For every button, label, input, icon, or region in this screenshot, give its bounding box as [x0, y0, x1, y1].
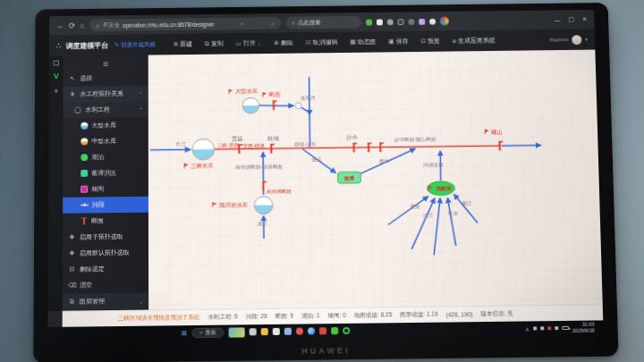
- security-warning-icon: ⚠: [95, 22, 99, 29]
- rail-v-badge[interactable]: V: [54, 72, 59, 80]
- windows-start-icon[interactable]: ⊞: [181, 329, 187, 337]
- extension-icon[interactable]: [419, 18, 425, 24]
- quick-search-box[interactable]: ⌕ 点此搜索: [285, 16, 361, 29]
- screen: ← ⟳ ⌂ ⚠ 不安全 operation.hhu.edu.cn:8678/de…: [47, 10, 603, 341]
- tray-icon[interactable]: [540, 326, 544, 330]
- search-app-icon[interactable]: [296, 328, 303, 335]
- battery-icon[interactable]: [562, 326, 569, 330]
- badge-icon: ❖: [68, 249, 76, 257]
- sidebar-item-clear[interactable]: ⌫清空: [63, 276, 148, 293]
- photo-stage: ← ⟳ ⌂ ⚠ 不安全 operation.hhu.edu.cn:8678/de…: [0, 0, 644, 362]
- sidebar-item-select[interactable]: ↖选择: [64, 70, 148, 87]
- rail-app-icon[interactable]: ▢: [53, 59, 60, 67]
- app-icon[interactable]: [273, 328, 280, 335]
- chevron-down-icon: ⌄: [258, 40, 262, 46]
- save-button[interactable]: ▣保存: [383, 35, 413, 49]
- reach-top-reservoir[interactable]: [259, 105, 294, 105]
- sidebar-item-enable-sub-topology[interactable]: ❖启用子拓扑选取: [63, 228, 148, 245]
- node-dongting-lake[interactable]: 洞庭湖: [427, 181, 454, 196]
- sidebar-item-flood-area[interactable]: 蓄滞洪区: [63, 164, 148, 181]
- open-button[interactable]: ▭打开⌄: [230, 37, 267, 51]
- reach-changjiang-inflow[interactable]: [150, 149, 191, 150]
- maximize-button[interactable]: ▢: [568, 16, 574, 23]
- label-zhicheng[interactable]: 枝城: [267, 135, 280, 141]
- preview-icon: ⊡: [420, 38, 426, 45]
- sidebar-section-topology[interactable]: ⋔水工程拓扑关系⌃: [64, 86, 148, 103]
- sidebar-item-gate[interactable]: 堰闸: [63, 181, 148, 198]
- task-view-icon[interactable]: [250, 328, 257, 335]
- app-icon[interactable]: [343, 327, 350, 334]
- label-duanmian[interactable]: 断面: [269, 91, 281, 98]
- label-large-reservoir[interactable]: 大型水库: [235, 88, 258, 95]
- cancel-edit-button[interactable]: ☑取消编辑: [301, 36, 343, 50]
- large-reservoir-icon: [80, 122, 88, 130]
- extension-icon[interactable]: [387, 19, 394, 25]
- node-mantan-floodplain[interactable]: 漫滩: [338, 172, 361, 183]
- copy-button[interactable]: ⧉复制: [199, 37, 229, 51]
- label-shashi[interactable]: 沙市: [346, 133, 358, 140]
- close-button[interactable]: ✕: [582, 16, 588, 23]
- topology-icon: ⋔: [69, 91, 77, 98]
- wifi-icon[interactable]: [555, 326, 558, 330]
- cancel-edit-icon: ☑: [306, 39, 311, 46]
- home-icon[interactable]: ⌂: [80, 21, 84, 29]
- app-icon[interactable]: [284, 328, 292, 335]
- topology-network[interactable]: 漫滩 洞庭湖 长江 三峡水库 三峡-宜昌: [148, 50, 603, 310]
- address-bar[interactable]: ⚠ 不安全 operation.hhu.edu.cn:8678/designer…: [89, 17, 282, 31]
- tray-expand-icon[interactable]: ∧: [525, 325, 530, 332]
- reload-icon[interactable]: ⟳: [69, 21, 75, 29]
- reach-below-luoshan[interactable]: [502, 146, 541, 147]
- label-zishui[interactable]: 资水: [448, 211, 459, 216]
- extension-icon[interactable]: [377, 19, 383, 25]
- style-switch-link[interactable]: ✎切换常规风格: [114, 40, 156, 48]
- wechat-icon[interactable]: [331, 327, 338, 334]
- delete-button[interactable]: ⊗删除: [268, 36, 299, 50]
- taskbar-clock[interactable]: 11:03 2025/9/28: [572, 322, 595, 334]
- tray-icon[interactable]: [547, 326, 551, 330]
- search-in-page-icon[interactable]: ⌕: [241, 21, 243, 27]
- medium-reservoir-icon: [80, 138, 88, 145]
- extension-icon[interactable]: [408, 19, 414, 25]
- label-sanxia[interactable]: 三峡水库: [191, 163, 213, 169]
- extension-icon[interactable]: [366, 19, 372, 25]
- node-sanxia-reservoir[interactable]: [192, 139, 215, 160]
- tray-icon[interactable]: [533, 326, 537, 330]
- back-icon[interactable]: ←: [56, 21, 64, 29]
- lake-icon: [80, 154, 88, 161]
- app-logo-icon: ∴: [56, 41, 62, 50]
- sidebar-section-layers[interactable]: ⧉图层管理⌄: [63, 292, 148, 309]
- node-juzhanghe[interactable]: [295, 103, 301, 109]
- sidebar-section-projects[interactable]: ◯水利工程⌃: [64, 101, 148, 118]
- preview-button[interactable]: ⊡预览: [415, 34, 445, 48]
- new-button[interactable]: ⊕新建: [168, 37, 198, 51]
- extension-icon[interactable]: [429, 18, 436, 24]
- dynamic-graph-button[interactable]: ▦动态图: [344, 35, 381, 49]
- user-menu-caret-icon[interactable]: ▾: [585, 37, 588, 42]
- sidebar-item-lake[interactable]: 湖泊: [63, 148, 148, 165]
- user-avatar[interactable]: [572, 35, 581, 45]
- sidebar-item-reach[interactable]: 河段: [63, 197, 148, 214]
- edge-browser-icon[interactable]: [308, 327, 315, 334]
- generate-app-button[interactable]: ⧈生成应用系统: [447, 33, 501, 47]
- label-luoshan[interactable]: 螺山: [491, 129, 503, 135]
- sidebar-item-delete-selected[interactable]: ⊟删除选定: [63, 260, 148, 277]
- node-geheyan-reservoir[interactable]: [254, 197, 273, 215]
- extension-icon[interactable]: [398, 19, 404, 25]
- taskbar-search[interactable]: ⌕ 搜索: [191, 327, 225, 338]
- sidebar-item-section[interactable]: 断面: [63, 213, 148, 230]
- file-explorer-icon[interactable]: [261, 328, 268, 335]
- weather-widget[interactable]: [229, 327, 245, 337]
- sidebar-item-medium-reservoir[interactable]: 中型水库: [63, 133, 148, 150]
- minimize-button[interactable]: —: [554, 17, 560, 23]
- app-icon[interactable]: [319, 327, 326, 334]
- label-yichang[interactable]: 宜昌: [232, 135, 243, 142]
- bookmark-star-icon[interactable]: ☆: [270, 20, 275, 26]
- rail-plus-icon[interactable]: ＋: [53, 86, 60, 96]
- browser-profile-avatar[interactable]: [440, 17, 449, 26]
- url-text: operation.hhu.edu.cn:8678/designer: [123, 21, 215, 28]
- node-large-reservoir-new[interactable]: [242, 97, 259, 114]
- sidebar-menu-toggle[interactable]: ☰: [64, 57, 148, 72]
- designer-canvas[interactable]: 漫滩 洞庭湖 长江 三峡水库 三峡-宜昌: [148, 50, 603, 310]
- sidebar-item-large-reservoir[interactable]: 大型水库: [64, 117, 148, 134]
- sidebar-item-enable-default-topology[interactable]: ❖启用默认拓扑选取: [63, 244, 148, 261]
